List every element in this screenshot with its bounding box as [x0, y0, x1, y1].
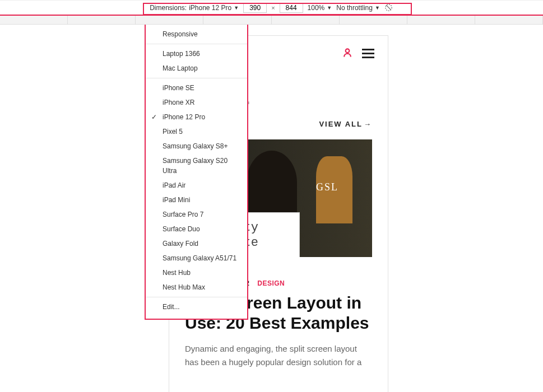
user-icon[interactable]	[342, 47, 353, 60]
rotate-device-button[interactable]	[384, 3, 393, 12]
caret-down-icon: ▼	[327, 5, 332, 11]
device-menu-item[interactable]: iPad Air	[146, 178, 247, 193]
device-menu-item[interactable]: Laptop 1366	[146, 46, 247, 61]
device-menu-item[interactable]: iPhone XR	[146, 95, 247, 110]
device-menu-item[interactable]: Nest Hub	[146, 265, 247, 280]
device-menu-item[interactable]: Edit...	[146, 300, 247, 314]
device-menu-item[interactable]: Galaxy Fold	[146, 236, 247, 251]
width-input[interactable]	[243, 3, 267, 13]
caret-down-icon: ▼	[234, 5, 239, 11]
zoom-value: 100%	[308, 4, 325, 12]
device-menu-item[interactable]: Samsung Galaxy S8+	[146, 139, 247, 153]
viewport-area: ResponsiveLaptop 1366Mac LaptopiPhone SE…	[0, 25, 543, 392]
device-menu-item[interactable]: Surface Duo	[146, 222, 247, 236]
image-text-overlay: GSL	[316, 181, 338, 193]
article-excerpt: Dynamic and engaging, the split screen l…	[169, 339, 388, 372]
dimensions-prefix: Dimensions:	[150, 4, 187, 12]
dimensions-dropdown[interactable]: Dimensions: iPhone 12 Pro ▼	[150, 4, 239, 12]
article-category-link[interactable]: DESIGN	[257, 279, 285, 287]
arrow-right-icon: →	[364, 120, 372, 128]
device-menu-item[interactable]: Nest Hub Max	[146, 280, 247, 295]
device-menu-item[interactable]: Responsive	[146, 27, 247, 41]
device-menu-item[interactable]: Mac Laptop	[146, 61, 247, 76]
ruler	[0, 16, 543, 25]
view-all-label: VIEW ALL	[319, 120, 363, 128]
dimensions-device-name: iPhone 12 Pro	[189, 4, 231, 12]
device-toolbar: Dimensions: iPhone 12 Pro ▼ × 100% ▼ No …	[0, 0, 543, 16]
device-menu-item[interactable]: Pixel 5	[146, 124, 247, 139]
device-menu-item[interactable]: iPhone SE	[146, 81, 247, 95]
caret-down-icon: ▼	[375, 5, 380, 11]
device-dropdown-menu: ResponsiveLaptop 1366Mac LaptopiPhone SE…	[145, 25, 248, 320]
device-menu-item[interactable]: iPhone 12 Pro	[146, 110, 247, 124]
device-menu-item[interactable]: Samsung Galaxy S20 Ultra	[146, 153, 247, 178]
svg-point-2	[346, 49, 350, 53]
device-menu-item[interactable]: iPad Mini	[146, 193, 247, 207]
throttling-dropdown[interactable]: No throttling ▼	[336, 4, 380, 12]
throttling-value: No throttling	[336, 4, 373, 12]
svg-line-1	[386, 5, 391, 10]
height-input[interactable]	[280, 3, 303, 13]
hamburger-menu-icon[interactable]	[362, 49, 374, 58]
device-menu-item[interactable]: Surface Pro 7	[146, 207, 247, 222]
device-menu-item[interactable]: Samsung Galaxy A51/71	[146, 251, 247, 265]
dimension-separator: ×	[271, 4, 275, 11]
zoom-dropdown[interactable]: 100% ▼	[308, 4, 332, 12]
